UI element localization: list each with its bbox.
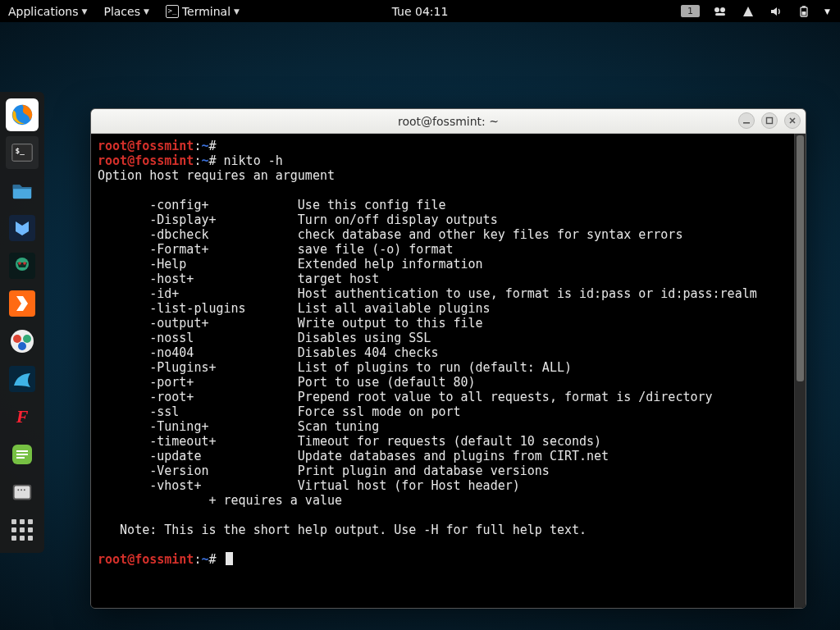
top-panel-right: 1 ▼ [681, 4, 840, 19]
prompt-user: root [98, 139, 127, 153]
clock[interactable]: Tue 04:11 [384, 5, 457, 18]
svg-point-26 [17, 489, 19, 491]
terminal-body: root@fossmint:~# root@fossmint:~# nikto … [91, 134, 806, 608]
window-minimize-button[interactable] [738, 112, 755, 129]
svg-rect-21 [16, 450, 28, 452]
cursor [226, 552, 233, 565]
svg-point-1 [720, 7, 725, 12]
menu-terminal-app[interactable]: Terminal ▼ [158, 5, 248, 18]
menu-places[interactable]: Places ▼ [95, 5, 157, 18]
dock-faraday[interactable]: F [6, 400, 39, 433]
menu-places-label: Places [103, 5, 140, 18]
prompt-at: @ [127, 552, 135, 567]
window-maximize-button[interactable] [761, 112, 778, 129]
svg-text:$_: $_ [16, 146, 25, 155]
dock: $_ F [0, 92, 44, 553]
svg-point-0 [714, 7, 719, 12]
prompt-at: @ [127, 139, 135, 153]
chevron-down-icon[interactable]: ▼ [824, 7, 830, 16]
svg-point-13 [23, 262, 26, 265]
prompt-host: fossmint [135, 552, 194, 567]
prompt-hash: # [208, 153, 216, 168]
svg-point-28 [24, 489, 25, 491]
menu-applications-label: Applications [8, 5, 79, 18]
svg-point-12 [18, 262, 21, 265]
svg-rect-30 [767, 118, 773, 124]
terminal-scrollbar[interactable] [794, 134, 806, 608]
window-titlebar[interactable]: root@fossmint: ~ [91, 109, 806, 134]
chevron-down-icon: ▼ [144, 7, 149, 16]
dock-armitage[interactable] [6, 249, 39, 282]
dock-show-apps[interactable] [6, 514, 39, 546]
command-2: nikto -h [224, 153, 283, 168]
window-title: root@fossmint: ~ [398, 115, 499, 128]
chevron-down-icon: ▼ [82, 7, 88, 16]
prompt-host: fossmint [135, 139, 194, 153]
dock-zenmap[interactable] [6, 325, 39, 358]
menu-applications[interactable]: Applications ▼ [0, 5, 95, 18]
svg-rect-4 [802, 6, 806, 7]
footer-plus: + requires a value [98, 493, 342, 508]
dock-burpsuite[interactable] [6, 287, 39, 320]
prompt-user: root [98, 552, 127, 567]
svg-rect-5 [802, 11, 806, 16]
record-screen-icon[interactable] [713, 4, 728, 19]
dock-metasploit[interactable] [6, 212, 39, 244]
clock-label: Tue 04:11 [392, 5, 449, 18]
dock-xterm[interactable] [6, 476, 39, 509]
terminal-icon [166, 5, 179, 18]
prompt-hash: # [208, 139, 216, 153]
svg-rect-22 [16, 454, 28, 455]
top-panel: Applications ▼ Places ▼ Terminal ▼ Tue 0… [0, 0, 840, 22]
chevron-down-icon: ▼ [234, 7, 240, 16]
dock-terminal[interactable]: $_ [6, 136, 39, 169]
terminal-output[interactable]: root@fossmint:~# root@fossmint:~# nikto … [91, 134, 794, 608]
workspace-indicator[interactable]: 1 [681, 5, 700, 17]
svg-point-18 [18, 342, 26, 350]
prompt-at: @ [127, 153, 135, 168]
svg-rect-2 [715, 13, 725, 16]
dock-files[interactable] [6, 174, 39, 207]
svg-point-27 [21, 489, 22, 491]
svg-rect-25 [15, 486, 30, 499]
svg-point-17 [23, 335, 31, 343]
window-controls [738, 112, 801, 129]
dock-leafpad[interactable] [6, 438, 39, 471]
dock-firefox[interactable] [6, 98, 39, 131]
dock-maltego[interactable] [6, 363, 39, 395]
apps-grid-icon [11, 519, 33, 541]
svg-rect-23 [16, 457, 25, 459]
error-line: Option host requires an argument [98, 168, 335, 183]
window-close-button[interactable] [784, 112, 801, 129]
prompt-user: root [98, 153, 127, 168]
prompt-hash: # [208, 552, 216, 567]
options-block: -config+ Use this config file -Display+ … [98, 198, 788, 493]
top-panel-left: Applications ▼ Places ▼ Terminal ▼ [0, 5, 248, 18]
battery-icon[interactable] [797, 4, 811, 19]
footer-note: Note: This is the short help output. Use… [98, 523, 587, 537]
volume-icon[interactable] [769, 4, 783, 19]
scrollbar-thumb[interactable] [797, 135, 804, 381]
svg-point-16 [13, 335, 21, 343]
svg-rect-29 [743, 122, 750, 124]
terminal-window: root@fossmint: ~ root@fossmint:~# root@f… [90, 108, 806, 609]
network-icon[interactable] [741, 4, 756, 19]
menu-terminal-label: Terminal [182, 5, 231, 18]
prompt-host: fossmint [135, 153, 194, 168]
